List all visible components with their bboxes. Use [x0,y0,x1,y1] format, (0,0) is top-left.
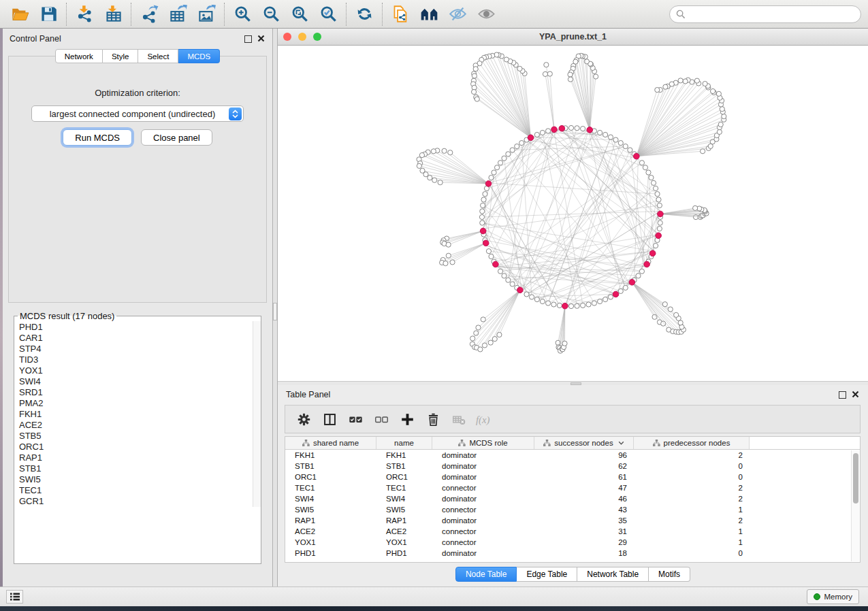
zoom-fit-button[interactable] [285,2,314,27]
horizontal-splitter[interactable] [278,381,868,385]
mcds-result-item[interactable]: SWI5 [19,474,261,485]
mcds-result-item[interactable]: PHD1 [19,322,261,333]
mcds-result-item[interactable]: SWI4 [19,376,261,387]
save-session-button[interactable] [34,2,63,27]
mcds-result-item[interactable]: ORC1 [19,442,261,452]
float-panel-icon[interactable] [244,35,252,43]
mcds-hub-node[interactable] [517,287,524,293]
tab-motifs[interactable]: Motifs [649,567,690,582]
mcds-hub-node[interactable] [656,233,662,239]
mcds-hub-node[interactable] [551,127,558,133]
close-panel-button[interactable]: Close panel [141,129,212,146]
mcds-result-item[interactable]: SRD1 [19,387,261,398]
tab-mcds[interactable]: MCDS [178,49,220,63]
mcds-hub-node[interactable] [629,280,635,286]
zoom-in-button[interactable] [228,2,257,27]
mcds-hub-node[interactable] [644,261,650,267]
mcds-result-item[interactable]: TEC1 [19,485,261,496]
select-all-button[interactable] [342,408,368,431]
tab-select[interactable]: Select [138,49,178,63]
splitter-handle[interactable] [570,382,581,385]
first-neighbors-button[interactable] [415,2,443,27]
column-header-shared-name[interactable]: shared name [285,437,376,449]
column-header-MCDS-role[interactable]: MCDS role [432,437,534,449]
tab-style[interactable]: Style [103,49,139,63]
network-window-titlebar[interactable]: YPA_prune.txt_1 [278,29,868,46]
tab-network[interactable]: Network [55,49,103,63]
table-row[interactable]: SWI4SWI4dominator462 [285,493,860,504]
mcds-hub-node[interactable] [634,153,640,159]
table-row[interactable]: FKH1FKH1dominator962 [285,450,860,461]
show-all-button[interactable] [472,2,500,27]
add-row-button[interactable] [394,408,420,431]
result-scrollbar[interactable] [253,321,261,507]
mcds-hub-node[interactable] [562,303,568,309]
mcds-result-item[interactable]: STB1 [19,463,261,474]
scrollbar-thumb[interactable] [853,453,858,503]
mcds-hub-node[interactable] [483,240,489,246]
splitter-handle[interactable] [273,303,277,320]
mcds-hub-node[interactable] [559,125,565,131]
vertical-splitter[interactable] [272,29,278,587]
mcds-hub-node[interactable] [528,135,534,141]
tab-network-table[interactable]: Network Table [577,567,649,582]
refresh-button[interactable] [350,2,379,27]
export-table-button[interactable] [163,2,192,27]
mcds-result-item[interactable]: CAR1 [19,333,261,344]
deselect-all-button[interactable] [368,408,394,431]
import-table-button[interactable] [99,2,127,27]
window-zoom-icon[interactable] [313,33,321,41]
close-panel-icon[interactable] [257,35,266,43]
table-row[interactable]: SWI5SWI5connector431 [285,504,860,515]
mcds-result-item[interactable]: YOX1 [19,365,261,376]
delete-row-button[interactable] [420,408,446,431]
mcds-result-item[interactable]: PMA2 [19,398,261,409]
import-network-button[interactable] [70,2,99,27]
mcds-result-item[interactable]: FKH1 [19,409,261,420]
mcds-hub-node[interactable] [485,181,492,187]
export-image-button[interactable] [192,2,221,27]
open-session-button[interactable] [5,2,34,27]
table-row[interactable]: YOX1YOX1connector291 [285,537,860,548]
mcds-result-item[interactable]: RAP1 [19,452,261,463]
mcds-hub-node[interactable] [480,228,486,234]
hide-selected-button[interactable] [443,2,472,27]
table-row[interactable]: TEC1TEC1connector472 [285,482,860,493]
column-header-predecessor-nodes[interactable]: predecessor nodes [634,437,750,449]
mcds-hub-node[interactable] [587,127,593,133]
mcds-result-item[interactable]: STB5 [19,431,261,442]
mcds-hub-node[interactable] [649,250,656,257]
search-box[interactable] [669,5,861,23]
table-row[interactable]: ORC1ORC1dominator610 [285,472,860,482]
mcds-result-item[interactable]: GCR1 [19,496,261,507]
export-network-button[interactable] [135,2,163,27]
table-row[interactable]: RAP1RAP1dominator352 [285,515,860,526]
criterion-select[interactable]: largest connected component (undirected) [31,105,244,122]
show-columns-button[interactable] [317,408,342,431]
network-canvas[interactable] [278,46,868,381]
close-panel-icon[interactable] [852,391,860,399]
column-header-successor-nodes[interactable]: successor nodes [534,437,634,449]
column-header-name[interactable]: name [376,437,432,449]
mcds-hub-node[interactable] [493,261,499,267]
memory-button[interactable]: Memory [807,589,859,604]
duplicate-network-button[interactable] [386,2,415,27]
search-input[interactable] [689,7,854,21]
table-row[interactable]: STB1STB1dominator620 [285,461,860,472]
float-panel-icon[interactable] [839,391,846,399]
task-history-button[interactable] [6,590,23,604]
mcds-hub-node[interactable] [613,291,619,297]
table-row[interactable]: PHD1PHD1dominator180 [285,548,860,559]
mcds-result-item[interactable]: STP4 [19,344,261,354]
mcds-hub-node[interactable] [658,211,664,217]
table-row[interactable]: ACE2ACE2connector311 [285,526,860,537]
mcds-result-item[interactable]: TID3 [19,354,261,365]
zoom-out-button[interactable] [257,2,285,27]
tab-node-table[interactable]: Node Table [455,567,517,582]
tab-edge-table[interactable]: Edge Table [517,567,577,582]
window-minimize-icon[interactable] [298,33,306,41]
run-mcds-button[interactable]: Run MCDS [63,129,132,146]
zoom-selected-button[interactable] [314,2,342,27]
mcds-result-item[interactable]: ACE2 [19,420,261,431]
window-close-icon[interactable] [283,33,291,41]
